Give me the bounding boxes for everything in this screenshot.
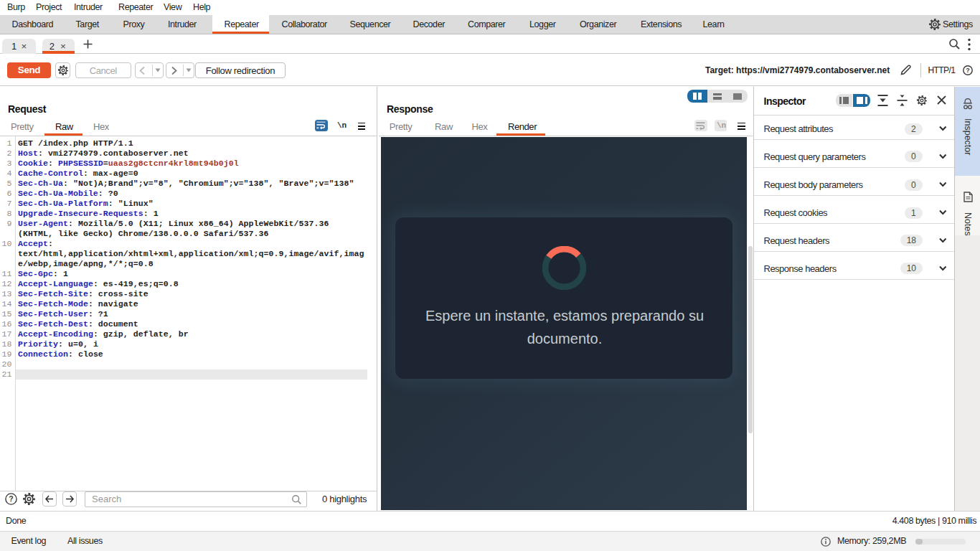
svg-text:?: ? — [966, 67, 970, 74]
svg-text:?: ? — [9, 494, 13, 503]
